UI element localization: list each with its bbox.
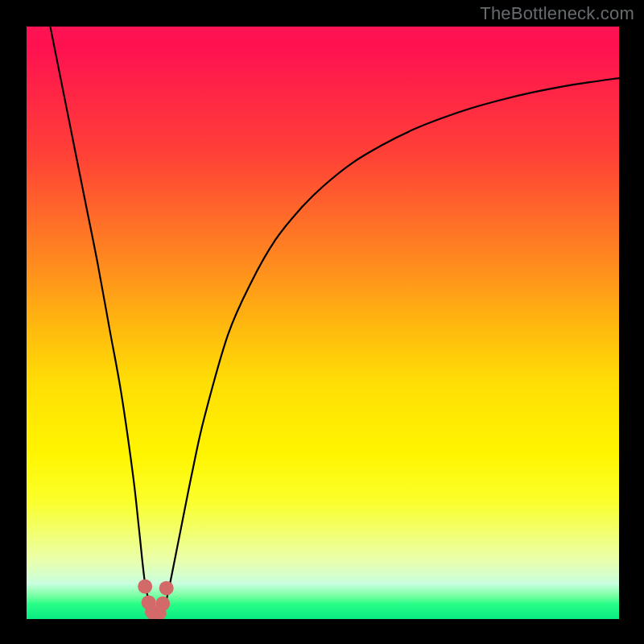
chart-svg bbox=[27, 27, 619, 619]
watermark-text: TheBottleneck.com bbox=[480, 3, 634, 24]
minimum-marker bbox=[155, 597, 170, 611]
chart-frame: TheBottleneck.com bbox=[0, 0, 644, 644]
bottleneck-curve-path bbox=[50, 27, 619, 619]
minimum-marker bbox=[159, 581, 174, 596]
minimum-marker bbox=[138, 580, 152, 594]
minimum-highlight-group bbox=[138, 580, 173, 619]
